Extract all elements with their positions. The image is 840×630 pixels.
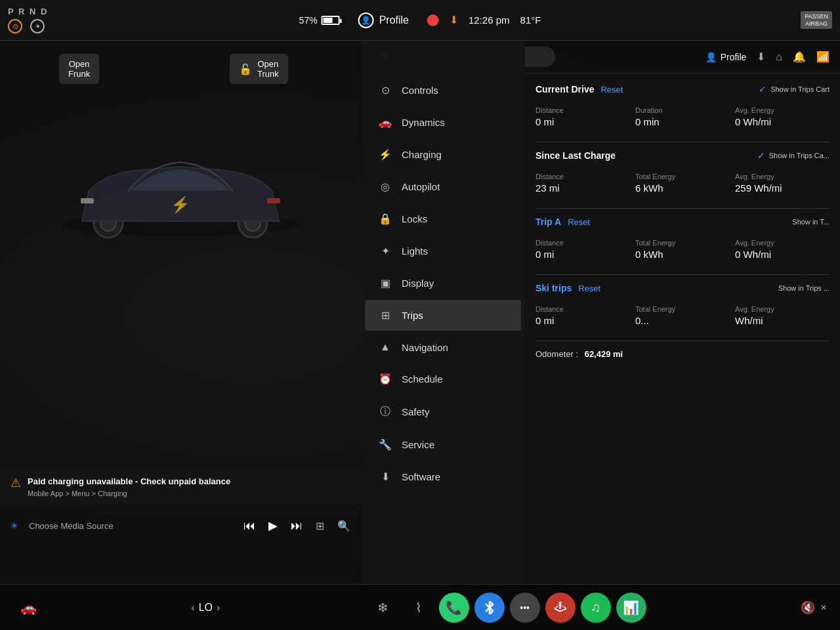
menu-item-autopilot[interactable]: ◎Autopilot <box>365 171 521 202</box>
warning-text: Paid charging unavailable - Check unpaid… <box>28 475 230 499</box>
menu-item-display[interactable]: ▣Display <box>365 268 521 299</box>
ski-trips-title: Ski trips <box>536 283 572 293</box>
arcade-btn[interactable]: 🕹 <box>545 593 576 623</box>
bluetooth-btn[interactable] <box>474 593 505 623</box>
top-bar-right: PASSENAIRBAG <box>801 11 832 30</box>
software-menu-label: Software <box>402 471 440 482</box>
temp-up-btn[interactable]: › <box>217 602 220 614</box>
media-bar: ✳ Choose Media Source ⏮ ▶ ⏭ ⊞ 🔍 <box>0 513 361 538</box>
spotify-btn[interactable]: ♫ <box>581 593 611 623</box>
warning-title: Paid charging unavailable - Check unpaid… <box>28 475 230 488</box>
service-menu-icon: 🔧 <box>378 438 392 451</box>
locks-menu-label: Locks <box>402 213 427 224</box>
ski-trips-reset[interactable]: Reset <box>578 284 600 293</box>
check-icon: ✓ <box>759 84 766 94</box>
open-frunk-btn[interactable]: Open Frunk <box>59 54 99 84</box>
trips-panel: Current Drive Reset ✓ Show in Trips Cart… <box>525 74 840 584</box>
svg-rect-6 <box>267 198 280 203</box>
menu-item-schedule[interactable]: ⏰Schedule <box>365 364 521 394</box>
profile-button[interactable]: 👤 Profile <box>350 9 417 32</box>
download-sub-icon: ⬇ <box>757 51 765 63</box>
menu-item-lights[interactable]: ✦Lights <box>365 236 521 266</box>
home-sub-icon: ⌂ <box>776 51 782 63</box>
show-trips-ski-label: Show in Trips ... <box>778 284 830 292</box>
show-trips-since-label: Show in Trips Ca... <box>769 152 830 159</box>
media-label: Choose Media Source <box>29 521 114 531</box>
open-trunk-btn[interactable]: 🔓 Open Trunk <box>230 54 288 84</box>
play-btn[interactable]: ▶ <box>268 518 278 533</box>
divider-1 <box>536 142 830 142</box>
tpms-icon: ⊙ <box>8 19 22 33</box>
energy-btn[interactable]: 📊 <box>616 593 646 623</box>
top-icons-row: ⊙ ✦ <box>8 19 61 33</box>
volume-icon[interactable]: 🔇 <box>801 600 815 615</box>
open-frunk-label: Open Frunk <box>68 59 90 79</box>
trip-a-section: Trip A Reset Show in T... Distance 0 mi … <box>536 217 830 264</box>
show-trips-label: Show in Trips Cart <box>770 85 830 93</box>
record-indicator <box>427 14 439 26</box>
trip-a-reset[interactable]: Reset <box>568 217 590 227</box>
signal-sub-icon: 📶 <box>816 51 830 63</box>
battery-bar-icon <box>322 16 340 25</box>
schedule-menu-label: Schedule <box>402 373 443 385</box>
menu-item-safety[interactable]: ⓘSafety <box>365 396 521 428</box>
temp-value: LO <box>199 602 213 614</box>
phone-btn[interactable]: 📞 <box>439 593 469 623</box>
since-charge-section: Since Last Charge ✓ Show in Trips Ca... … <box>536 150 830 198</box>
sub-profile-icon: 👤 <box>705 52 717 62</box>
current-drive-reset[interactable]: Reset <box>600 85 623 94</box>
show-trips-ski: Show in Trips ... <box>778 284 830 292</box>
eq-icon[interactable]: ⊞ <box>316 520 324 532</box>
top-bar-left: P R N D ⊙ ✦ <box>8 7 61 33</box>
menu-item-navigation[interactable]: ▲Navigation <box>365 332 521 362</box>
display-menu-label: Display <box>402 278 434 289</box>
menu-item-trips[interactable]: ⊞Trips <box>365 300 521 331</box>
media-controls: ⏮ ▶ ⏭ ⊞ 🔍 <box>243 518 350 533</box>
wiper-btn[interactable]: ⌇ <box>404 593 434 623</box>
menu-item-dynamics[interactable]: 🚗Dynamics <box>365 107 521 138</box>
autopilot-menu-label: Autopilot <box>402 181 440 192</box>
search-media-btn[interactable]: 🔍 <box>337 520 350 532</box>
ski-avg-energy: Avg. Energy Wh/mi <box>735 301 830 330</box>
trip-a-header: Trip A Reset Show in T... <box>536 217 830 227</box>
battery-fill <box>324 18 333 23</box>
sub-profile-label: Profile <box>721 52 747 62</box>
menu-item-controls[interactable]: ⊙Controls <box>365 75 521 106</box>
seatbelt-icon: ✦ <box>30 19 45 33</box>
service-menu-label: Service <box>402 439 434 450</box>
current-distance: Distance 0 mi <box>536 102 630 131</box>
trip-a-distance: Distance 0 mi <box>536 235 630 264</box>
menu-item-charging[interactable]: ⚡Charging <box>365 139 521 170</box>
left-panel: Open Frunk 🔓 Open Trunk <box>0 41 361 584</box>
divider-4 <box>536 341 830 341</box>
current-duration: Duration 0 min <box>635 102 730 131</box>
volume-control: 🔇 ✕ <box>801 600 827 615</box>
current-drive-section: Current Drive Reset ✓ Show in Trips Cart… <box>536 84 830 131</box>
odometer-row: Odometer : 62,429 mi <box>536 349 830 359</box>
divider-2 <box>536 208 830 209</box>
navigation-menu-icon: ▲ <box>378 341 392 353</box>
svg-text:⚡: ⚡ <box>171 195 190 214</box>
profile-label: Profile <box>379 14 409 26</box>
menu-items: ⊙Controls🚗Dynamics⚡Charging◎Autopilot🔒Lo… <box>361 75 525 492</box>
temp-down-btn[interactable]: ‹ <box>191 602 194 614</box>
dynamics-menu-label: Dynamics <box>402 117 445 128</box>
charging-menu-icon: ⚡ <box>378 148 392 161</box>
menu-item-software[interactable]: ⬇Software <box>365 461 521 492</box>
hvac-btn[interactable]: ❄ <box>368 593 398 623</box>
sub-profile[interactable]: 👤 Profile <box>705 52 747 62</box>
mute-x: ✕ <box>820 603 827 612</box>
current-drive-title: Current Drive <box>536 84 594 94</box>
since-distance: Distance 23 mi <box>536 169 630 198</box>
since-avg-energy: Avg. Energy 259 Wh/mi <box>735 169 830 198</box>
controls-menu-label: Controls <box>402 85 438 96</box>
menu-item-locks[interactable]: 🔒Locks <box>365 203 521 234</box>
lock-icon-car: 🔓 <box>239 63 252 75</box>
menu-item-service[interactable]: 🔧Service <box>365 429 521 460</box>
show-trips-a-label: Show in T... <box>792 218 830 226</box>
time-display: 12:26 pm <box>469 14 510 26</box>
prev-track-btn[interactable]: ⏮ <box>243 519 255 533</box>
next-track-btn[interactable]: ⏭ <box>291 519 303 533</box>
more-apps-btn[interactable]: ••• <box>510 593 540 623</box>
car-btn[interactable]: 🚗 <box>13 593 43 623</box>
